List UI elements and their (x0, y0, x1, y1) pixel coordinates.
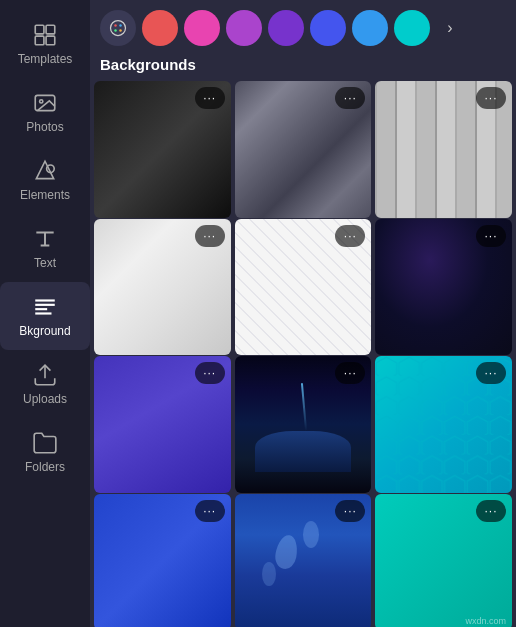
grid-item[interactable]: ··· (235, 356, 372, 493)
swatch-light-blue[interactable] (352, 10, 388, 46)
uploads-icon (32, 362, 58, 388)
svg-rect-1 (46, 25, 55, 34)
swatch-red[interactable] (142, 10, 178, 46)
svg-point-5 (40, 100, 43, 103)
sidebar-item-bkground[interactable]: Bkground (0, 282, 90, 350)
main-content: › Backgrounds ··· ··· ··· ··· ··· · (90, 0, 516, 627)
grid-item[interactable]: ··· (94, 356, 231, 493)
palette-icon (108, 18, 128, 38)
sidebar-item-label: Elements (20, 188, 70, 202)
sidebar-item-templates[interactable]: Templates (0, 10, 90, 78)
swatch-pink[interactable] (184, 10, 220, 46)
sidebar-item-elements[interactable]: Elements (0, 146, 90, 214)
backgrounds-grid: ··· ··· ··· ··· ··· ··· ··· (90, 81, 516, 627)
item-more-button[interactable]: ··· (195, 500, 225, 522)
templates-icon (32, 22, 58, 48)
svg-point-15 (114, 29, 117, 32)
svg-point-16 (119, 29, 122, 32)
item-more-button[interactable]: ··· (476, 500, 506, 522)
item-more-button[interactable]: ··· (195, 362, 225, 384)
item-more-button[interactable]: ··· (195, 87, 225, 109)
grid-item[interactable]: ··· (235, 81, 372, 218)
sidebar-item-label: Uploads (23, 392, 67, 406)
palette-picker-button[interactable] (100, 10, 136, 46)
item-more-button[interactable]: ··· (335, 87, 365, 109)
svg-point-12 (111, 21, 126, 36)
svg-rect-2 (35, 36, 44, 45)
sidebar-item-folders[interactable]: Folders (0, 418, 90, 486)
grid-item[interactable]: ··· (235, 219, 372, 356)
grid-item[interactable]: ··· (94, 219, 231, 356)
grid-item[interactable]: ··· (375, 81, 512, 218)
text-icon (32, 226, 58, 252)
item-more-button[interactable]: ··· (335, 225, 365, 247)
section-title: Backgrounds (90, 52, 516, 81)
palette-more-button[interactable]: › (436, 10, 464, 46)
bkground-icon (32, 294, 58, 320)
grid-item[interactable]: ··· (375, 219, 512, 356)
photos-icon (32, 90, 58, 116)
elements-icon (32, 158, 58, 184)
sidebar: Templates Photos Elements Text Bkground (0, 0, 90, 627)
grid-item[interactable]: ··· (235, 494, 372, 628)
item-more-button[interactable]: ··· (476, 87, 506, 109)
grid-item[interactable]: ··· wxdn.com (375, 494, 512, 628)
sidebar-item-label: Templates (18, 52, 73, 66)
palette-row: › (90, 0, 516, 52)
svg-point-13 (114, 24, 117, 27)
grid-item[interactable]: ··· (375, 356, 512, 493)
sidebar-item-label: Bkground (19, 324, 70, 338)
svg-point-14 (119, 24, 122, 27)
item-more-button[interactable]: ··· (476, 225, 506, 247)
sidebar-item-text[interactable]: Text (0, 214, 90, 282)
svg-rect-3 (46, 36, 55, 45)
grid-item[interactable]: ··· (94, 81, 231, 218)
item-more-button[interactable]: ··· (335, 362, 365, 384)
grid-item[interactable]: ··· (94, 494, 231, 628)
swatch-purple[interactable] (226, 10, 262, 46)
swatch-dark-purple[interactable] (268, 10, 304, 46)
sidebar-item-photos[interactable]: Photos (0, 78, 90, 146)
folders-icon (32, 430, 58, 456)
sidebar-item-label: Photos (26, 120, 63, 134)
sidebar-item-label: Folders (25, 460, 65, 474)
svg-rect-0 (35, 25, 44, 34)
sidebar-item-uploads[interactable]: Uploads (0, 350, 90, 418)
sidebar-item-label: Text (34, 256, 56, 270)
item-more-button[interactable]: ··· (476, 362, 506, 384)
swatch-blue[interactable] (310, 10, 346, 46)
item-more-button[interactable]: ··· (335, 500, 365, 522)
swatch-teal[interactable] (394, 10, 430, 46)
item-more-button[interactable]: ··· (195, 225, 225, 247)
